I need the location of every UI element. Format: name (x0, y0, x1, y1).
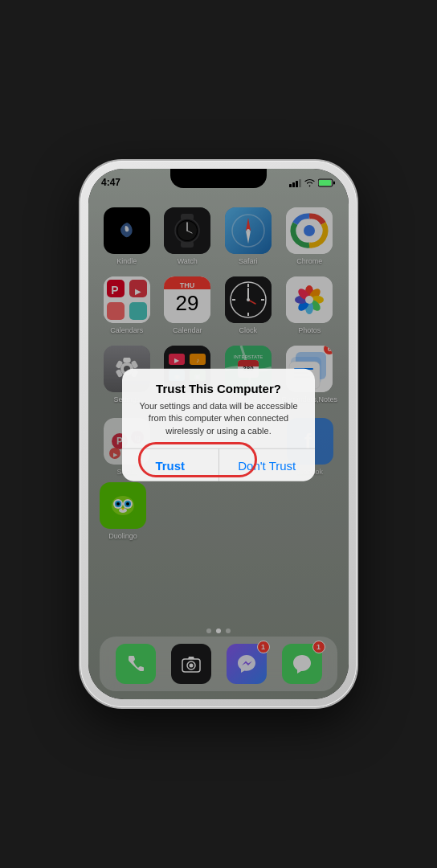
svg-rect-5 (319, 180, 331, 186)
status-icons (289, 178, 336, 187)
svg-rect-3 (299, 179, 301, 187)
dialog-content: Trust This Computer? Your settings and d… (122, 369, 315, 437)
wifi-icon (304, 178, 315, 187)
svg-rect-1 (292, 182, 295, 187)
svg-rect-0 (289, 184, 292, 187)
phone-inner: 4:47 (88, 169, 349, 699)
phone-frame: 4:47 (80, 161, 357, 707)
notch (170, 169, 267, 188)
status-time: 4:47 (101, 177, 120, 188)
trust-dialog: Trust This Computer? Your settings and d… (122, 369, 315, 481)
dialog-buttons: Trust Don't Trust (122, 449, 315, 481)
screen: 4:47 (88, 169, 349, 699)
svg-rect-6 (333, 181, 335, 184)
battery-icon (318, 178, 336, 187)
dialog-title: Trust This Computer? (135, 382, 302, 395)
dont-trust-button[interactable]: Don't Trust (219, 449, 316, 481)
dialog-message: Your settings and data will be accessibl… (135, 400, 302, 437)
svg-rect-2 (296, 181, 298, 187)
trust-button[interactable]: Trust (122, 449, 218, 481)
signal-icon (289, 178, 301, 187)
